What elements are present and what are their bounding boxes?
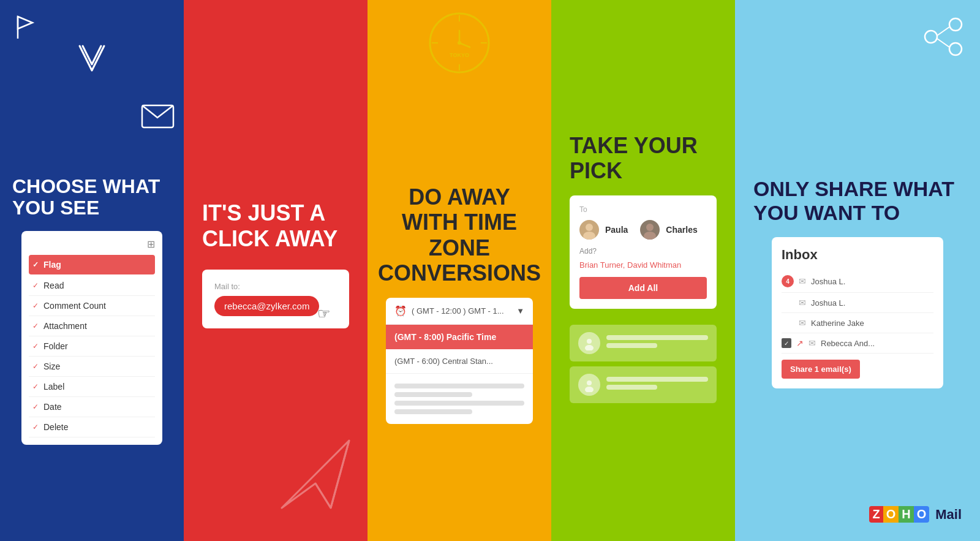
- panel5-headline: ONLY SHARE WHAT YOU WANT TO: [753, 177, 962, 225]
- panel-share: ONLY SHARE WHAT YOU WANT TO Inbox 4 ✉ Jo…: [735, 0, 980, 541]
- grid-icon: ⊞: [147, 238, 155, 250]
- svg-text:TOKYO: TOKYO: [450, 52, 469, 58]
- list-item-flag[interactable]: ✓Flag: [29, 255, 155, 274]
- inbox-name-4: Rebecca And...: [821, 339, 875, 348]
- contact-placeholders: [570, 325, 717, 408]
- contact-lines-1: [606, 335, 708, 351]
- tz-option[interactable]: (GMT - 6:00) Central Stan...: [386, 349, 533, 374]
- panel2-headline: IT'S JUST A CLICK AWAY: [202, 200, 349, 251]
- panel-choose: CHOOSE WHAT YOU SEE ⊞ ✓Flag ✓Read ✓Comme…: [0, 0, 184, 541]
- envelope-icon-1: ✉: [799, 276, 806, 286]
- o1-letter: O: [883, 506, 899, 523]
- list-item-date[interactable]: ✓Date: [29, 397, 155, 417]
- panel3-headline: DO AWAY WITH TIME ZONE CONVERSIONS: [378, 184, 541, 286]
- avatar-paula: [579, 220, 599, 240]
- flag-icon: [15, 15, 35, 41]
- svg-point-16: [583, 232, 595, 240]
- tz-lines: [386, 374, 533, 424]
- contact-lines-2: [606, 377, 708, 393]
- panel1-headline: CHOOSE WHAT YOU SEE: [12, 176, 172, 219]
- add-all-button[interactable]: Add All: [579, 277, 707, 299]
- svg-point-18: [644, 232, 656, 240]
- mail-text: Mail: [935, 507, 962, 523]
- zoho-box: Z O H O: [869, 506, 929, 523]
- to-label: To: [579, 205, 707, 214]
- add-label: Add?: [579, 247, 707, 255]
- contact-row-1: [570, 325, 717, 361]
- inbox-list: 4 ✉ Joshua L. ✉ Joshua L. ✉ Katherine Ja…: [782, 270, 933, 354]
- svg-point-21: [587, 380, 592, 385]
- inbox-name-2: Joshua L.: [811, 298, 845, 308]
- panel1-card: ⊞ ✓Flag ✓Read ✓Comment Count ✓Attachment…: [21, 231, 162, 445]
- list-item-attachment[interactable]: ✓Attachment: [29, 316, 155, 336]
- list-item-read[interactable]: ✓Read: [29, 276, 155, 296]
- pick-card: To Paula Charles Add? Brian Turner, Davi…: [570, 195, 717, 309]
- cursor-icon: ☞: [317, 305, 331, 322]
- list-item-label[interactable]: ✓Label: [29, 377, 155, 397]
- mail-to-label: Mail to:: [214, 282, 337, 291]
- envelope-icon-3: ✉: [799, 318, 806, 328]
- svg-point-22: [585, 387, 594, 392]
- svg-point-17: [646, 224, 654, 231]
- svg-marker-0: [18, 17, 32, 29]
- svg-point-20: [585, 345, 594, 350]
- svg-point-13: [458, 41, 461, 45]
- envelope-icon: [141, 104, 175, 131]
- v-logo: [70, 37, 113, 82]
- svg-point-19: [587, 339, 592, 344]
- contact-row-2: [570, 366, 717, 403]
- contact-avatar-ph-1: [578, 332, 600, 354]
- timezone-card: ⏰ ( GMT - 12:00 ) GMT - 1... ▼ (GMT - 8:…: [386, 298, 533, 424]
- list-item-delete[interactable]: ✓Delete: [29, 417, 155, 437]
- inbox-card: Inbox 4 ✉ Joshua L. ✉ Joshua L. ✉ Kather…: [772, 237, 943, 388]
- filter-list: ✓Flag ✓Read ✓Comment Count ✓Attachment ✓…: [29, 255, 155, 437]
- inbox-badge: 4: [782, 275, 794, 287]
- email-pill[interactable]: rebecca@zylker.com: [214, 296, 319, 316]
- add-names: Brian Turner, David Whitman: [579, 260, 707, 270]
- list-item-folder[interactable]: ✓Folder: [29, 336, 155, 357]
- share-button[interactable]: Share 1 email(s): [782, 360, 860, 379]
- panel-click-away: IT'S JUST A CLICK AWAY Mail to: rebecca@…: [184, 0, 368, 541]
- inbox-title: Inbox: [782, 247, 933, 263]
- tz-selected[interactable]: (GMT - 8:00) Pacific Time: [386, 325, 533, 349]
- inbox-item-3: ✉ Katherine Jake: [782, 313, 933, 333]
- list-item-comment[interactable]: ✓Comment Count: [29, 296, 155, 316]
- svg-line-26: [937, 27, 949, 36]
- envelope-icon-4: ✉: [809, 338, 816, 348]
- avatar-charles: [640, 220, 660, 240]
- inbox-item-4: ✓ ↗ ✉ Rebecca And...: [782, 333, 933, 354]
- tz-header[interactable]: ⏰ ( GMT - 12:00 ) GMT - 1... ▼: [386, 298, 533, 325]
- z-letter: Z: [869, 506, 883, 523]
- share-icon-4: ↗: [796, 338, 804, 348]
- avatars-row: Paula Charles: [579, 220, 707, 240]
- contact1-name: Paula: [605, 225, 628, 235]
- clock-decoration: TOKYO: [426, 9, 493, 79]
- svg-point-25: [949, 43, 962, 55]
- panel-take-pick: TAKE YOUR PICK To Paula Charles Add? Bri…: [551, 0, 735, 541]
- svg-line-4: [315, 483, 331, 508]
- inbox-item-2: ✉ Joshua L.: [782, 293, 933, 313]
- inbox-name-3: Katherine Jake: [811, 319, 864, 328]
- paper-plane: [276, 434, 355, 516]
- checkbox-4[interactable]: ✓: [782, 338, 791, 348]
- contact2-name: Charles: [666, 225, 697, 235]
- svg-line-27: [937, 39, 949, 47]
- panel-timezone: TOKYO DO AWAY WITH TIME ZONE CONVERSIONS…: [368, 0, 551, 541]
- inbox-name-1: Joshua L.: [811, 277, 845, 286]
- panel4-headline: TAKE YOUR PICK: [570, 133, 717, 184]
- svg-point-15: [586, 224, 593, 231]
- inbox-item-1: 4 ✉ Joshua L.: [782, 270, 933, 293]
- mail-card: Mail to: rebecca@zylker.com ☞: [202, 270, 349, 328]
- network-icon: [919, 12, 968, 64]
- zoho-logo: Z O H O Mail: [869, 506, 962, 523]
- h-letter: H: [899, 506, 913, 523]
- o2-letter: O: [914, 506, 930, 523]
- contact-avatar-ph-2: [578, 374, 600, 396]
- svg-point-23: [949, 18, 962, 31]
- svg-point-24: [925, 31, 937, 43]
- list-item-size[interactable]: ✓Size: [29, 357, 155, 377]
- envelope-icon-2: ✉: [799, 298, 806, 308]
